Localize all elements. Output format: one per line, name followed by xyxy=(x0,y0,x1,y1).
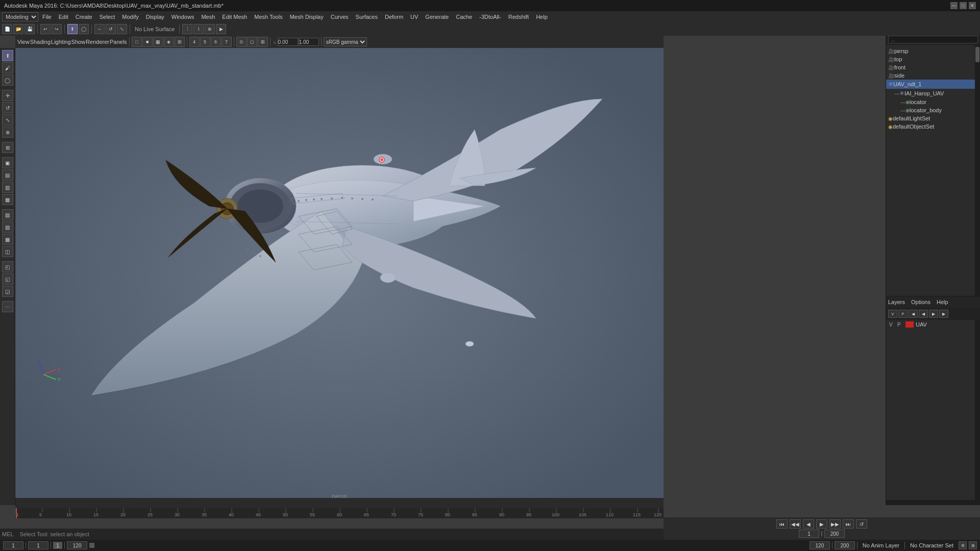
view-menu-panels[interactable]: Panels xyxy=(110,39,127,45)
tree-item-locator[interactable]: — ⊕ locator xyxy=(886,98,980,106)
range-slider[interactable] xyxy=(821,531,822,536)
view-menu-show[interactable]: Show xyxy=(71,39,86,45)
exposure-input[interactable] xyxy=(278,38,298,46)
layer-color-swatch[interactable] xyxy=(905,321,914,328)
menu-modify[interactable]: Modify xyxy=(119,13,141,21)
tree-item-top[interactable]: 🎥 top xyxy=(886,55,980,63)
view-menu-shading[interactable]: Shading xyxy=(30,39,51,45)
layers-scrollbar[interactable] xyxy=(975,320,980,505)
move-btn[interactable]: ↔ xyxy=(94,24,105,34)
lasso-btn[interactable]: ◯ xyxy=(79,24,89,34)
open-file-btn[interactable]: 📂 xyxy=(13,24,23,34)
menu-cache[interactable]: Cache xyxy=(453,13,475,21)
view-btn2[interactable]: ■ xyxy=(142,37,153,47)
mode-selector[interactable]: Modeling xyxy=(2,12,38,21)
pb-play-back[interactable]: ◀ xyxy=(803,519,814,529)
frame-start-input[interactable] xyxy=(28,541,48,549)
transform-tool[interactable]: ⊕ xyxy=(2,127,13,138)
layers-tab[interactable]: Layers xyxy=(888,299,905,305)
tool5[interactable]: ▧ xyxy=(2,209,13,220)
char-set-btn2[interactable]: ⊞ xyxy=(969,541,977,549)
layer-new-btn[interactable]: V xyxy=(888,310,897,318)
pb-play-fwd[interactable]: ▶ xyxy=(816,519,827,529)
tool11[interactable]: ◲ xyxy=(2,286,13,297)
tool10[interactable]: ◱ xyxy=(2,273,13,285)
layer-btn3[interactable]: ◀ xyxy=(909,310,918,318)
char-set-btn1[interactable]: ⚙ xyxy=(959,541,967,549)
tool3[interactable]: ▥ xyxy=(2,182,13,193)
timeline-ruler[interactable]: 1 5 10 15 20 25 30 35 40 45 50 55 60 xyxy=(15,508,664,518)
tool1[interactable]: ▣ xyxy=(2,157,13,168)
pb-loop[interactable]: ↺ xyxy=(856,519,867,529)
tool6[interactable]: ▨ xyxy=(2,221,13,233)
view-menu-view[interactable]: View xyxy=(17,39,30,45)
menu-windows[interactable]: Windows xyxy=(168,13,198,21)
view-shading2[interactable]: 5 xyxy=(200,37,210,47)
current-frame-input[interactable] xyxy=(3,541,23,549)
menu-display[interactable]: Display xyxy=(143,13,167,21)
view-btn5[interactable]: ⊞ xyxy=(175,37,185,47)
rotate-tool[interactable]: ↺ xyxy=(2,102,13,113)
view-shading3[interactable]: 6 xyxy=(211,37,221,47)
tool8[interactable]: ◫ xyxy=(2,246,13,257)
view-btn3[interactable]: ▦ xyxy=(153,37,163,47)
view-btn1[interactable]: □ xyxy=(132,37,142,47)
move-tool[interactable]: ✛ xyxy=(2,90,13,101)
snap-tool[interactable]: ⊞ xyxy=(2,142,13,153)
scale-tool[interactable]: ⤡ xyxy=(2,114,13,126)
view-btn4[interactable]: ◈ xyxy=(164,37,174,47)
menu-file[interactable]: File xyxy=(39,13,55,21)
tool2[interactable]: ▤ xyxy=(2,169,13,181)
menu-3dtoall[interactable]: -3DtoAll- xyxy=(476,13,504,21)
end-frame-input[interactable] xyxy=(67,541,87,549)
render-btn[interactable]: ▶ xyxy=(216,24,226,34)
tool12[interactable]: ⋯ xyxy=(2,301,13,312)
maximize-btn[interactable]: □ xyxy=(960,2,967,9)
view-menu-renderer[interactable]: Renderer xyxy=(86,39,109,45)
color-profile-select[interactable]: sRGB gamma xyxy=(324,37,367,46)
menu-mesh-tools[interactable]: Mesh Tools xyxy=(251,13,285,21)
tree-item-side[interactable]: 🎥 side xyxy=(886,71,980,80)
lasso-tool[interactable]: ◯ xyxy=(2,74,13,86)
new-file-btn[interactable]: 📄 xyxy=(2,24,12,34)
menu-create[interactable]: Create xyxy=(72,13,95,21)
tree-item-iai-harop[interactable]: — ✳ IAI_Harop_UAV xyxy=(886,89,980,98)
layers-help-tab[interactable]: Help xyxy=(937,299,948,305)
pb-step-fwd[interactable]: ▶▶ xyxy=(829,519,841,529)
outliner-scrollbar[interactable] xyxy=(975,45,980,302)
select-btn[interactable]: ⬆ xyxy=(67,24,78,34)
view-shading1[interactable]: 4 xyxy=(189,37,200,47)
outliner-search-input[interactable] xyxy=(888,36,978,43)
range-start-input[interactable] xyxy=(799,530,819,538)
menu-surfaces[interactable]: Surfaces xyxy=(353,13,381,21)
menu-uv[interactable]: UV xyxy=(407,13,421,21)
layer-anim-btn[interactable]: P xyxy=(898,310,908,318)
view-menu-lighting[interactable]: Lighting xyxy=(51,39,71,45)
timeline-content[interactable] xyxy=(15,498,664,508)
menu-mesh-display[interactable]: Mesh Display xyxy=(287,13,327,21)
scale-btn[interactable]: ⤡ xyxy=(117,24,127,34)
rotate-btn[interactable]: ↺ xyxy=(106,24,116,34)
menu-edit[interactable]: Edit xyxy=(56,13,71,21)
view-lighting1[interactable]: 7 xyxy=(222,37,232,47)
view-icon3[interactable]: ⊞ xyxy=(258,37,268,47)
tree-item-obj-set[interactable]: ◉ defaultObjectSet xyxy=(886,122,980,131)
tree-item-uav-ndt[interactable]: ✳ UAV_ndt_1 xyxy=(886,80,980,89)
view-icon1[interactable]: ⊙ xyxy=(236,37,247,47)
viewport[interactable]: X Y Z persp xyxy=(15,48,664,505)
menu-generate[interactable]: Generate xyxy=(422,13,452,21)
tree-item-front[interactable]: 🎥 front xyxy=(886,63,980,71)
undo-btn[interactable]: ↩ xyxy=(40,24,51,34)
layer-btn4[interactable]: ◀ xyxy=(919,310,928,318)
snap-grid-btn[interactable]: ⋮ xyxy=(182,24,192,34)
gamma-input[interactable] xyxy=(299,38,319,46)
menu-help[interactable]: Help xyxy=(533,13,551,21)
layers-hscrollbar[interactable] xyxy=(886,500,980,505)
range-end-input[interactable] xyxy=(824,530,845,538)
layer-btn6[interactable]: ▶ xyxy=(939,310,948,318)
close-btn[interactable]: ✕ xyxy=(969,2,976,9)
tree-item-light-set[interactable]: ◉ defaultLightSet xyxy=(886,114,980,122)
anim-end-input[interactable] xyxy=(835,541,855,549)
minimize-btn[interactable]: — xyxy=(950,2,958,9)
save-file-btn[interactable]: 💾 xyxy=(24,24,35,34)
